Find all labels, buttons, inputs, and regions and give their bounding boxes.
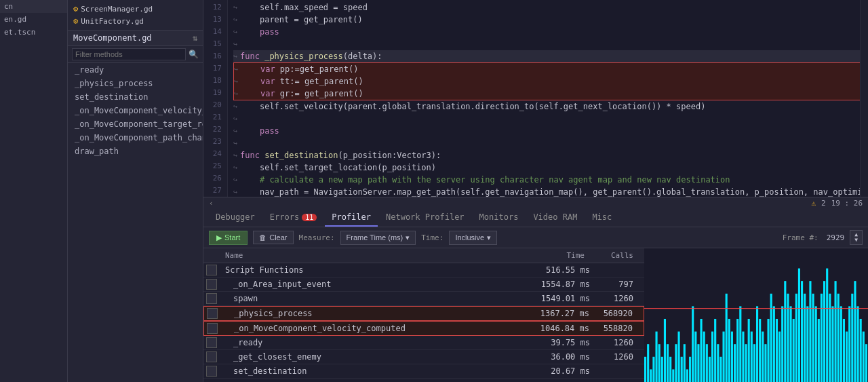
- stepper-up-icon[interactable]: ▲ ▼: [854, 232, 858, 243]
- row-time: 39.75 ms: [522, 338, 590, 347]
- filter-input[interactable]: [72, 48, 186, 60]
- row-name: _get_closest_enemy: [220, 352, 522, 362]
- left-sidebar: cn en.gd et.tscn: [0, 0, 68, 382]
- debug-tab-debugger[interactable]: Debugger: [209, 209, 262, 227]
- debug-tab-monitors[interactable]: Monitors: [473, 209, 526, 227]
- line-number: 20: [209, 99, 222, 111]
- debug-tabs: DebuggerErrors11ProfilerNetwork Profiler…: [203, 209, 868, 227]
- warning-count: 2: [821, 199, 826, 208]
- profiler-toolbar: ▶ Start 🗑 Clear Measure: Frame Time (ms)…: [203, 227, 868, 248]
- row-time: 1549.01 ms: [522, 294, 590, 303]
- debug-tab-profiler[interactable]: Profiler: [325, 209, 378, 227]
- gutter-arrow: ↪: [233, 161, 237, 174]
- row-checkbox[interactable]: [206, 265, 217, 275]
- method-item[interactable]: _ready: [68, 63, 203, 77]
- row-name: spawn: [220, 294, 522, 303]
- chevron-icon-time: ▾: [487, 233, 491, 242]
- row-checkbox[interactable]: [206, 293, 217, 304]
- code-line: ↪ var gr:= get_parent(): [233, 88, 868, 100]
- line-number: 21: [209, 111, 222, 123]
- sort-icon[interactable]: ⇅: [193, 33, 197, 43]
- table-row[interactable]: _on_Area_input_event1554.87 ms797: [203, 278, 644, 292]
- row-checkbox[interactable]: [206, 366, 217, 377]
- row-calls: 1260: [590, 338, 644, 347]
- debug-tab-misc[interactable]: Misc: [585, 209, 618, 227]
- table-row[interactable]: set_destination20.67 ms: [203, 364, 644, 379]
- gutter-arrow: ↪: [233, 100, 237, 113]
- row-name: set_destination: [220, 366, 522, 376]
- table-row[interactable]: Script Functions516.55 ms: [203, 263, 644, 278]
- frame-stepper[interactable]: ▲ ▼: [850, 230, 863, 245]
- file-panel-header: MoveComponent.gd ⇅: [68, 31, 203, 46]
- top-file-screenmanager[interactable]: ⚙ ScreenManager.gd: [73, 3, 197, 15]
- gutter-arrow: ↪: [234, 75, 238, 88]
- table-row[interactable]: spawn1549.01 ms1260: [203, 292, 644, 306]
- th-calls: Calls: [590, 251, 644, 260]
- gutter-arrow: ↪: [233, 38, 237, 50]
- line-number: 13: [209, 14, 222, 26]
- method-item[interactable]: _physics_process: [68, 77, 203, 90]
- row-calls: 1260: [590, 294, 644, 303]
- file-panel: ⚙ ScreenManager.gd ⚙ UnitFactory.gd Move…: [68, 0, 203, 382]
- row-checkbox[interactable]: [206, 337, 217, 348]
- gutter-arrow: ↪: [233, 113, 237, 125]
- row-name: Script Functions: [220, 265, 522, 275]
- sidebar-item-et[interactable]: et.tscn: [0, 26, 67, 39]
- row-checkbox[interactable]: [207, 308, 218, 319]
- row-checkbox[interactable]: [207, 323, 218, 334]
- row-time: 20.67 ms: [522, 366, 590, 376]
- code-editor: 1213141516171819202122232425262728 ↪ sel…: [203, 0, 868, 197]
- method-item[interactable]: _on_MoveComponent_path_chan: [68, 131, 203, 145]
- row-checkbox[interactable]: [206, 351, 217, 362]
- top-file-unitfactory[interactable]: ⚙ UnitFactory.gd: [73, 15, 197, 27]
- sidebar-item-cn[interactable]: cn: [0, 0, 67, 13]
- method-item[interactable]: _on_MoveComponent_target_rea: [68, 117, 203, 131]
- sidebar-item-en[interactable]: en.gd: [0, 13, 67, 26]
- frame-number: 2929: [827, 233, 845, 242]
- line-number: 22: [209, 123, 222, 136]
- code-line: ↪ var pp:=get_parent(): [233, 62, 868, 75]
- debug-tab-errors--11-[interactable]: Errors11: [263, 209, 323, 227]
- line-number: 12: [209, 1, 222, 14]
- code-line: ↪: [233, 113, 868, 125]
- table-row[interactable]: _on_MoveComponent_velocity_computed1046.…: [203, 321, 644, 336]
- row-calls: 797: [590, 280, 644, 289]
- gutter-arrow: ↪: [233, 186, 237, 197]
- time-dropdown[interactable]: Inclusive ▾: [449, 231, 497, 245]
- method-item[interactable]: draw_path: [68, 145, 203, 158]
- warning-icon: ⚠: [811, 199, 816, 208]
- gutter-arrow: ↪: [233, 174, 237, 186]
- line-number: 23: [209, 136, 222, 148]
- debug-tab-video-ram[interactable]: Video RAM: [526, 209, 584, 227]
- line-number: 26: [209, 172, 222, 185]
- row-name: _on_MoveComponent_velocity_computed: [220, 324, 521, 333]
- measure-dropdown[interactable]: Frame Time (ms) ▾: [340, 231, 416, 245]
- methods-list: _ready_physics_processset_destination_on…: [68, 63, 203, 382]
- scroll-left-icon[interactable]: ‹: [209, 199, 214, 208]
- method-item[interactable]: _on_MoveComponent_velocity_cc: [68, 104, 203, 117]
- gutter-arrow: ↪: [233, 149, 237, 161]
- line-number: 24: [209, 148, 222, 160]
- method-item[interactable]: set_destination: [68, 90, 203, 104]
- debug-tab-network-profiler[interactable]: Network Profiler: [379, 209, 471, 227]
- gutter-arrow: ↪: [233, 1, 237, 14]
- start-button[interactable]: ▶ Start: [209, 231, 248, 245]
- table-row[interactable]: _physics_process1367.27 ms568920: [203, 306, 644, 321]
- gutter-arrow: ↪: [233, 26, 237, 38]
- row-name: _on_Area_input_event: [220, 280, 522, 289]
- row-calls: 568920: [589, 309, 644, 318]
- line-number: 14: [209, 26, 222, 38]
- filter-row: 🔍: [68, 46, 203, 63]
- clear-icon: 🗑: [259, 233, 267, 242]
- table-row[interactable]: _ready39.75 ms1260: [203, 336, 644, 350]
- frame-label: Frame #:: [783, 233, 818, 242]
- gutter-arrow: ↪: [233, 137, 237, 149]
- clear-button[interactable]: 🗑 Clear: [253, 231, 293, 244]
- table-row[interactable]: _get_closest_enemy36.00 ms1260: [203, 350, 644, 364]
- th-name: Name: [220, 251, 522, 260]
- code-content[interactable]: ↪ self.max_speed = speed↪ parent = get_p…: [228, 0, 868, 197]
- profiler-chart: [644, 248, 868, 382]
- search-icon: 🔍: [189, 50, 199, 59]
- row-checkbox[interactable]: [206, 279, 217, 290]
- code-line: ↪ self.set_velocity(parent.global_transl…: [233, 100, 868, 113]
